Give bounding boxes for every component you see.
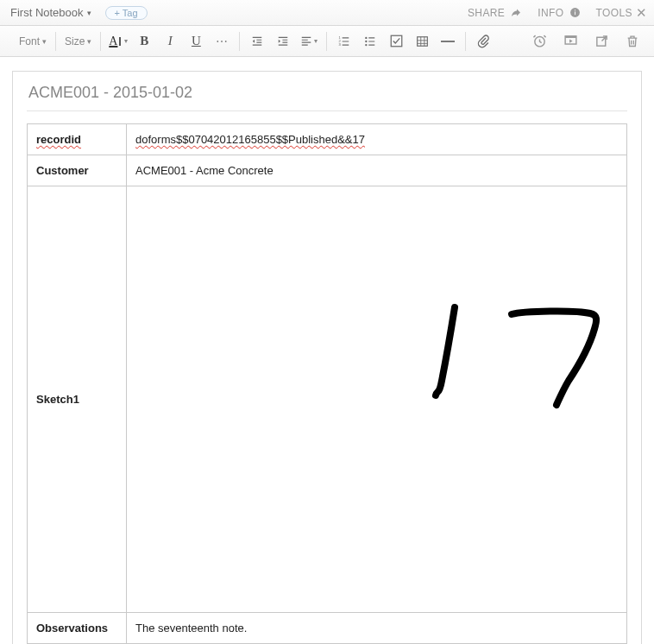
row-value-recordid[interactable]: doforms$$07042012165855$$Published&&17 <box>135 133 365 146</box>
horizontal-rule-button[interactable] <box>439 33 456 50</box>
row-label-recordid: recordid <box>36 133 81 146</box>
font-selector[interactable]: Font▾ <box>19 35 47 47</box>
size-selector[interactable]: Size▾ <box>65 35 91 47</box>
popout-button[interactable] <box>592 32 611 51</box>
row-label-observations: Observations <box>36 622 108 635</box>
present-button[interactable] <box>561 32 580 51</box>
numbered-list-button[interactable]: 123 <box>336 33 353 50</box>
info-icon <box>569 7 581 18</box>
share-icon <box>510 8 522 18</box>
notebook-name: First Notebook <box>10 6 84 19</box>
close-icon[interactable]: ✕ <box>636 5 647 21</box>
underline-button[interactable]: U <box>187 33 204 50</box>
more-format-button[interactable]: ⋯ <box>213 33 230 50</box>
svg-point-8 <box>366 43 368 45</box>
chevron-down-icon: ▾ <box>87 9 91 17</box>
italic-button[interactable]: I <box>161 33 179 50</box>
row-label-customer: Customer <box>36 164 89 177</box>
info-button[interactable]: INFO <box>538 7 580 19</box>
checkbox-button[interactable] <box>387 33 405 50</box>
table-row: Observations The seventeenth note. <box>28 613 627 644</box>
trash-button[interactable] <box>623 32 642 51</box>
app-header: First Notebook ▾ + Tag SHARE INFO TOOLS … <box>0 0 654 26</box>
attach-button[interactable] <box>475 33 492 50</box>
bullet-list-button[interactable] <box>362 33 379 50</box>
font-color-button[interactable]: A▾ <box>110 33 127 50</box>
note-table: recordid doforms$$07042012165855$$Publis… <box>27 123 627 644</box>
svg-point-6 <box>366 36 368 38</box>
svg-text:3: 3 <box>339 42 342 47</box>
row-value-observations[interactable]: The seventeenth note. <box>135 622 247 635</box>
svg-point-7 <box>366 40 368 41</box>
handwriting-17 <box>135 195 636 601</box>
add-tag-button[interactable]: + Tag <box>105 6 148 20</box>
bold-button[interactable]: B <box>135 33 153 50</box>
reminder-button[interactable] <box>530 32 549 51</box>
row-value-customer[interactable]: ACME001 - Acme Concrete <box>135 164 274 177</box>
svg-rect-2 <box>574 9 575 10</box>
notebook-selector[interactable]: First Notebook ▾ <box>10 6 91 19</box>
svg-rect-13 <box>565 36 576 38</box>
note-area: ACME001 - 2015-01-02 recordid doforms$$0… <box>0 57 654 644</box>
format-toolbar: Font▾ Size▾ A▾ B I U ⋯ ▾ 123 <box>0 26 654 57</box>
sketch-canvas[interactable] <box>127 186 627 613</box>
table-row: recordid doforms$$07042012165855$$Publis… <box>28 124 627 155</box>
tools-button[interactable]: TOOLS <box>596 7 632 19</box>
share-button[interactable]: SHARE <box>468 7 522 19</box>
note-title[interactable]: ACME001 - 2015-01-02 <box>27 84 627 111</box>
table-row: Customer ACME001 - Acme Concrete <box>28 155 627 186</box>
table-row: Sketch1 <box>28 186 627 613</box>
table-button[interactable] <box>413 33 431 50</box>
row-label-sketch: Sketch1 <box>36 393 79 406</box>
svg-rect-10 <box>418 36 428 46</box>
outdent-button[interactable] <box>248 33 266 50</box>
note-card: ACME001 - 2015-01-02 recordid doforms$$0… <box>12 71 642 644</box>
align-button[interactable]: ▾ <box>300 33 318 50</box>
svg-rect-1 <box>574 11 575 15</box>
indent-button[interactable] <box>274 33 292 50</box>
svg-rect-9 <box>391 35 402 47</box>
